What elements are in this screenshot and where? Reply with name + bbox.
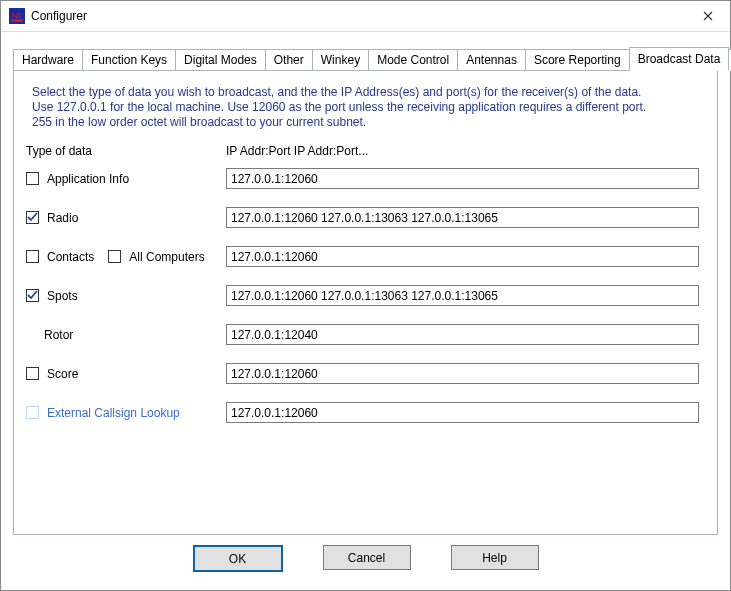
- ok-button[interactable]: OK: [193, 545, 283, 572]
- checkbox-application-info[interactable]: [26, 172, 39, 185]
- checkbox-contacts[interactable]: [26, 250, 39, 263]
- input-contacts[interactable]: [226, 246, 699, 267]
- input-application-info[interactable]: [226, 168, 699, 189]
- checkbox-radio[interactable]: [26, 211, 39, 224]
- row-rotor: Rotor: [26, 324, 705, 345]
- tab-function-keys[interactable]: Function Keys: [82, 49, 176, 71]
- close-button[interactable]: [685, 1, 730, 31]
- client-area: Hardware Function Keys Digital Modes Oth…: [1, 32, 730, 590]
- dialog-button-row: OK Cancel Help: [13, 535, 718, 580]
- label-spots: Spots: [47, 289, 78, 303]
- checkbox-all-computers[interactable]: [108, 250, 121, 263]
- row-external-callsign-lookup: External Callsign Lookup: [26, 402, 705, 423]
- tab-winkey[interactable]: Winkey: [312, 49, 369, 71]
- configurer-window: N 1 Configurer Hardware Function Keys Di…: [0, 0, 731, 591]
- titlebar: N 1 Configurer: [1, 1, 730, 32]
- checkbox-spots[interactable]: [26, 289, 39, 302]
- help-button[interactable]: Help: [451, 545, 539, 570]
- label-application-info: Application Info: [47, 172, 129, 186]
- label-all-computers: All Computers: [129, 250, 204, 264]
- input-spots[interactable]: [226, 285, 699, 306]
- input-radio[interactable]: [226, 207, 699, 228]
- instructions-text: Select the type of data you wish to broa…: [32, 85, 705, 130]
- app-icon: N 1: [9, 8, 25, 24]
- label-contacts: Contacts: [47, 250, 94, 264]
- input-rotor[interactable]: [226, 324, 699, 345]
- input-score[interactable]: [226, 363, 699, 384]
- checkbox-score[interactable]: [26, 367, 39, 380]
- svg-text:1: 1: [17, 11, 22, 20]
- cancel-button[interactable]: Cancel: [323, 545, 411, 570]
- row-radio: Radio: [26, 207, 705, 228]
- row-score: Score: [26, 363, 705, 384]
- tab-antennas[interactable]: Antennas: [457, 49, 526, 71]
- checkbox-external-callsign-lookup[interactable]: [26, 406, 39, 419]
- window-title: Configurer: [31, 9, 685, 23]
- label-score: Score: [47, 367, 78, 381]
- label-rotor: Rotor: [44, 328, 73, 342]
- tab-score-reporting[interactable]: Score Reporting: [525, 49, 630, 71]
- tab-broadcast-data[interactable]: Broadcast Data: [629, 47, 730, 71]
- broadcast-data-panel: Select the type of data you wish to broa…: [13, 70, 718, 535]
- label-radio: Radio: [47, 211, 78, 225]
- row-application-info: Application Info: [26, 168, 705, 189]
- svg-rect-3: [11, 19, 23, 22]
- column-headers: Type of data IP Addr:Port IP Addr:Port..…: [26, 144, 705, 158]
- tab-other[interactable]: Other: [265, 49, 313, 71]
- tab-strip: Hardware Function Keys Digital Modes Oth…: [13, 46, 718, 70]
- row-spots: Spots: [26, 285, 705, 306]
- label-external-callsign-lookup: External Callsign Lookup: [47, 406, 180, 420]
- row-contacts: Contacts All Computers: [26, 246, 705, 267]
- header-addr: IP Addr:Port IP Addr:Port...: [226, 144, 368, 158]
- tab-digital-modes[interactable]: Digital Modes: [175, 49, 266, 71]
- header-type: Type of data: [26, 144, 226, 158]
- tab-mode-control[interactable]: Mode Control: [368, 49, 458, 71]
- input-external-callsign-lookup[interactable]: [226, 402, 699, 423]
- tab-hardware[interactable]: Hardware: [13, 49, 83, 71]
